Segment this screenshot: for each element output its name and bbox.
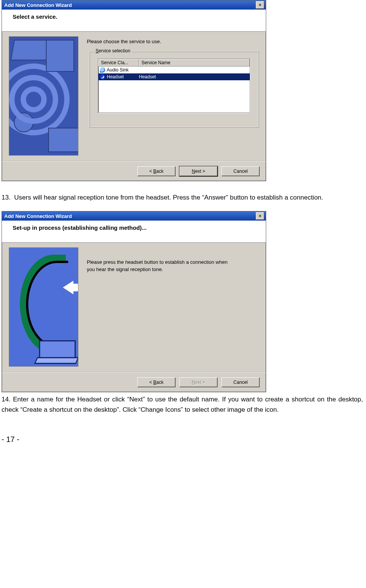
back-button[interactable]: < Back xyxy=(137,377,176,387)
wizard-illustration xyxy=(9,36,78,156)
next-button: Next > xyxy=(179,377,218,387)
list-item[interactable]: Headset Headset xyxy=(98,73,250,80)
page-heading: Select a service. xyxy=(2,10,266,32)
headset-icon xyxy=(100,74,105,80)
titlebar[interactable]: Add New Connection Wizard × xyxy=(2,0,266,10)
service-listview[interactable]: Service Cla... Service Name Audio Sink H… xyxy=(98,58,250,113)
dialog-select-service: Add New Connection Wizard × Select a ser… xyxy=(2,0,266,181)
cancel-button[interactable]: Cancel xyxy=(221,377,260,387)
service-selection-group: S/*noop*/ervice selection Service Cla...… xyxy=(89,51,259,128)
col-service-name[interactable]: Service Name xyxy=(139,59,250,67)
instruction-message: Please press the headset button to estab… xyxy=(87,259,232,273)
prompt-text: Please choose the service to use. xyxy=(87,39,259,44)
close-icon[interactable]: × xyxy=(256,212,264,220)
cancel-button[interactable]: Cancel xyxy=(221,166,260,176)
next-button[interactable]: Next > xyxy=(179,166,218,176)
wizard-illustration xyxy=(9,247,78,367)
listview-header[interactable]: Service Cla... Service Name xyxy=(98,59,250,67)
dialog-setup-in-process: Add New Connection Wizard × Set-up in pr… xyxy=(2,211,266,392)
back-button[interactable]: < Back xyxy=(137,166,176,176)
page-heading: Set-up in process (establishing calling … xyxy=(2,221,266,243)
window-title: Add New Connection Wizard xyxy=(4,2,256,8)
titlebar[interactable]: Add New Connection Wizard × xyxy=(2,211,266,221)
instruction-step-13: 13. Users will hear signal reception ton… xyxy=(2,193,363,203)
col-service-class[interactable]: Service Cla... xyxy=(98,59,139,67)
close-icon[interactable]: × xyxy=(256,1,264,9)
instruction-step-14: 14. Enter a name for the Headset or clic… xyxy=(2,395,363,415)
page-number: - 17 - xyxy=(2,435,20,444)
window-title: Add New Connection Wizard xyxy=(4,213,256,219)
group-legend: S/*noop*/ervice selection xyxy=(94,48,132,54)
headphones-icon xyxy=(100,67,105,73)
list-item[interactable]: Audio Sink xyxy=(98,67,250,73)
